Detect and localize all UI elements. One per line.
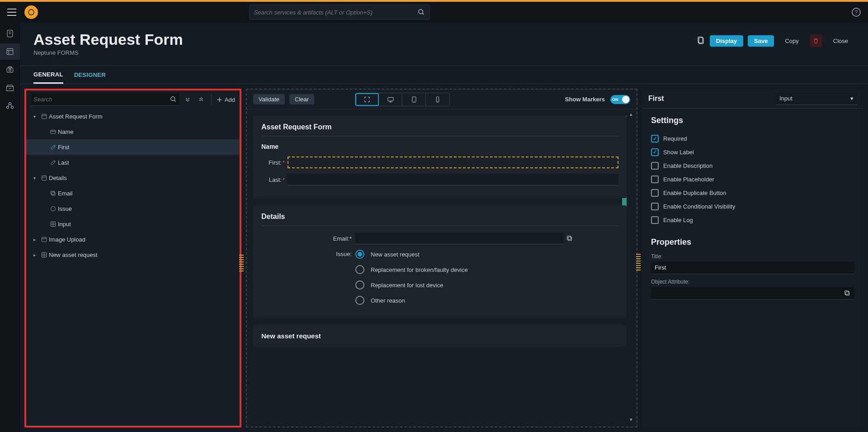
markers-toggle[interactable]: ON: [610, 95, 630, 104]
check-required[interactable]: Required: [651, 132, 854, 145]
svg-rect-49: [846, 292, 849, 295]
last-label: Last:*: [261, 176, 285, 183]
collapse-all-icon[interactable]: [196, 96, 207, 103]
svg-rect-48: [567, 236, 571, 240]
close-button[interactable]: Close: [827, 35, 854, 47]
avatar[interactable]: [24, 5, 38, 19]
issue-option-new[interactable]: New asset request: [355, 250, 468, 259]
svg-point-10: [9, 69, 11, 71]
scroll-down-icon[interactable]: ▾: [627, 417, 635, 424]
radio-icon[interactable]: [355, 250, 364, 259]
check-enable-conditional-visibility[interactable]: Enable Conditional Visibility: [651, 199, 854, 213]
check-show-label[interactable]: Show Label: [651, 145, 854, 159]
svg-rect-9: [7, 68, 13, 72]
tree-item-root[interactable]: ▾ Asset Request Form: [26, 109, 240, 124]
search-icon: [170, 96, 177, 103]
email-input[interactable]: [355, 233, 563, 244]
grid-icon: [39, 252, 49, 258]
tree-item-details[interactable]: ▾ Details: [26, 170, 240, 185]
rail-item-5[interactable]: [0, 98, 20, 114]
check-enable-placeholder[interactable]: Enable Placeholder: [651, 172, 854, 186]
issue-option-lost[interactable]: Replacement for lost device: [355, 280, 468, 290]
clipboard-icon[interactable]: [696, 36, 705, 45]
checkbox-icon[interactable]: [651, 216, 659, 224]
issue-option-broken[interactable]: Replacement for broken/faulty device: [355, 265, 468, 274]
rail-item-3[interactable]: [0, 62, 20, 78]
tree-item-name[interactable]: Name: [26, 124, 240, 139]
checkbox-icon[interactable]: [651, 189, 659, 197]
new-asset-title: New asset request: [261, 332, 618, 340]
last-input[interactable]: [288, 174, 618, 185]
checkbox-icon[interactable]: [651, 135, 659, 142]
new-asset-card: New asset request: [253, 325, 627, 347]
expand-all-icon[interactable]: [182, 96, 193, 103]
viewport-tablet[interactable]: [402, 93, 426, 106]
chevron-right-icon[interactable]: ▸: [30, 237, 39, 242]
global-search-input[interactable]: [254, 9, 418, 16]
checkbox-icon[interactable]: [651, 203, 659, 210]
duplicate-icon[interactable]: [566, 235, 574, 242]
rail-item-2[interactable]: [0, 43, 20, 60]
rail-item-1[interactable]: [0, 25, 20, 42]
tab-general[interactable]: GENERAL: [33, 66, 63, 84]
checkbox-icon[interactable]: [651, 176, 659, 183]
chevron-right-icon[interactable]: ▸: [30, 252, 39, 257]
checkbox-icon[interactable]: [651, 162, 659, 170]
tree-search[interactable]: [31, 93, 179, 106]
tree-item-last[interactable]: Last: [26, 155, 240, 170]
type-select[interactable]: Input ▾: [776, 92, 857, 105]
svg-line-2: [422, 13, 424, 14]
rail-item-4[interactable]: [0, 80, 20, 96]
svg-point-31: [51, 206, 55, 211]
title-input[interactable]: [651, 261, 854, 274]
object-attribute-input[interactable]: [651, 287, 854, 299]
input-icon: [48, 144, 58, 151]
tree-item-new-asset[interactable]: ▸ New asset request: [26, 247, 240, 262]
global-search[interactable]: [249, 5, 430, 20]
left-rail: [0, 23, 20, 432]
hamburger-menu[interactable]: [7, 8, 16, 17]
first-input[interactable]: [288, 157, 618, 168]
chevron-down-icon[interactable]: ▾: [30, 176, 39, 180]
form-card: Asset Request Form Name First:* Last:*: [253, 116, 627, 198]
svg-rect-6: [7, 48, 13, 54]
clear-button[interactable]: Clear: [289, 94, 314, 104]
checkbox-icon[interactable]: [651, 148, 659, 156]
form-icon: [39, 236, 49, 243]
save-button[interactable]: Save: [748, 35, 774, 47]
viewport-mobile[interactable]: [426, 93, 449, 106]
browse-icon[interactable]: [844, 290, 852, 297]
issue-option-other[interactable]: Other reason: [355, 296, 468, 305]
display-button[interactable]: Display: [710, 35, 743, 47]
title-label: Title:: [651, 253, 854, 260]
tree-item-first[interactable]: First: [26, 139, 240, 155]
tree-item-issue[interactable]: Issue: [26, 201, 240, 216]
viewport-desktop[interactable]: [379, 93, 402, 106]
radio-icon[interactable]: [355, 265, 364, 274]
viewport-group: [355, 93, 450, 106]
copy-button[interactable]: Copy: [778, 35, 805, 47]
section-icon: [48, 128, 58, 135]
delete-button[interactable]: [810, 34, 822, 47]
help-icon[interactable]: ?: [852, 8, 861, 17]
viewport-full[interactable]: [355, 93, 379, 106]
tab-designer[interactable]: DESIGNER: [74, 67, 106, 83]
check-enable-description[interactable]: Enable Description: [651, 159, 854, 172]
tree-search-input[interactable]: [33, 96, 170, 103]
validate-button[interactable]: Validate: [253, 94, 285, 104]
tree-item-image-upload[interactable]: ▸ Image Upload: [26, 232, 240, 247]
tree-item-email[interactable]: Email: [26, 185, 240, 201]
check-enable-duplicate[interactable]: Enable Duplicate Button: [651, 186, 854, 199]
svg-rect-27: [42, 176, 46, 180]
radio-icon[interactable]: [355, 296, 364, 305]
check-enable-log[interactable]: Enable Log: [651, 213, 854, 227]
add-button[interactable]: Add: [216, 96, 235, 103]
tree-item-input[interactable]: Input: [26, 216, 240, 232]
splitter-grip[interactable]: [239, 253, 244, 271]
chevron-down-icon[interactable]: ▾: [30, 114, 39, 119]
radio-icon[interactable]: [355, 280, 364, 290]
form-title: Asset Request Form: [261, 123, 618, 137]
splitter-grip[interactable]: [636, 252, 641, 271]
svg-rect-23: [42, 114, 46, 119]
tabs: GENERAL DESIGNER: [20, 66, 868, 84]
